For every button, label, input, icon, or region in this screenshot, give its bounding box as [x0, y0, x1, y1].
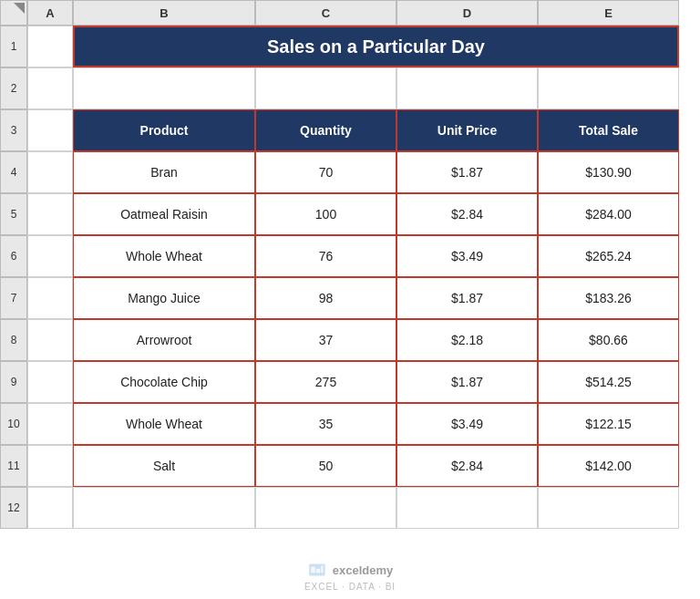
cell-a10	[27, 403, 73, 445]
cell-a11	[27, 445, 73, 487]
cell-b12	[73, 487, 255, 529]
cell-d12	[396, 487, 538, 529]
cell-product-6: Whole Wheat	[73, 235, 255, 277]
col-header-b: B	[73, 0, 255, 26]
cell-unit-price-8: $2.18	[396, 319, 538, 361]
cell-total-sale-4: $130.90	[538, 151, 679, 193]
cell-product-10: Whole Wheat	[73, 403, 255, 445]
cell-quantity-4: 70	[255, 151, 396, 193]
cell-a7	[27, 277, 73, 319]
col-header-c: C	[255, 0, 396, 26]
col-header-d: D	[396, 0, 538, 26]
cell-total-sale-10: $122.15	[538, 403, 679, 445]
svg-rect-1	[311, 567, 314, 573]
cell-a8	[27, 319, 73, 361]
cell-quantity-7: 98	[255, 277, 396, 319]
row-7-header: 7	[0, 277, 27, 319]
cell-e12	[538, 487, 679, 529]
cell-d2	[396, 67, 538, 109]
header-product: Product	[73, 109, 255, 151]
watermark: exceldemy EXCEL · DATA · BI	[304, 560, 396, 592]
cell-quantity-11: 50	[255, 445, 396, 487]
row-11-header: 11	[0, 445, 27, 487]
cell-quantity-8: 37	[255, 319, 396, 361]
row-9-header: 9	[0, 361, 27, 403]
cell-unit-price-6: $3.49	[396, 235, 538, 277]
cell-quantity-5: 100	[255, 193, 396, 235]
cell-a9	[27, 361, 73, 403]
cell-quantity-9: 275	[255, 361, 396, 403]
header-total-sale: Total Sale	[538, 109, 679, 151]
cell-unit-price-11: $2.84	[396, 445, 538, 487]
cell-a12	[27, 487, 73, 529]
cell-product-5: Oatmeal Raisin	[73, 193, 255, 235]
cell-product-9: Chocolate Chip	[73, 361, 255, 403]
cell-unit-price-10: $3.49	[396, 403, 538, 445]
cell-c12	[255, 487, 396, 529]
row-1-header: 1	[0, 26, 27, 67]
cell-product-4: Bran	[73, 151, 255, 193]
col-header-a: A	[27, 0, 73, 26]
cell-a1	[27, 26, 73, 67]
cell-a6	[27, 235, 73, 277]
row-6-header: 6	[0, 235, 27, 277]
corner-header	[0, 0, 27, 26]
row-8-header: 8	[0, 319, 27, 361]
cell-a2	[27, 67, 73, 109]
cell-e2	[538, 67, 679, 109]
cell-total-sale-8: $80.66	[538, 319, 679, 361]
row-4-header: 4	[0, 151, 27, 193]
header-unit-price: Unit Price	[396, 109, 538, 151]
cell-quantity-6: 76	[255, 235, 396, 277]
col-header-e: E	[538, 0, 679, 26]
cell-total-sale-11: $142.00	[538, 445, 679, 487]
svg-rect-2	[316, 569, 320, 573]
spreadsheet: A B C D E 1 Sales on a Particular Day 2 …	[0, 0, 700, 599]
cell-product-7: Mango Juice	[73, 277, 255, 319]
cell-c2	[255, 67, 396, 109]
cell-unit-price-4: $1.87	[396, 151, 538, 193]
grid: A B C D E 1 Sales on a Particular Day 2 …	[0, 0, 700, 529]
row-3-header: 3	[0, 109, 27, 151]
row-2-header: 2	[0, 67, 27, 109]
cell-b2	[73, 67, 255, 109]
cell-total-sale-5: $284.00	[538, 193, 679, 235]
cell-unit-price-7: $1.87	[396, 277, 538, 319]
title-cell: Sales on a Particular Day	[73, 26, 679, 67]
cell-unit-price-5: $2.84	[396, 193, 538, 235]
watermark-icon	[307, 560, 327, 580]
svg-rect-3	[321, 566, 323, 573]
row-10-header: 10	[0, 403, 27, 445]
cell-quantity-10: 35	[255, 403, 396, 445]
cell-unit-price-9: $1.87	[396, 361, 538, 403]
row-5-header: 5	[0, 193, 27, 235]
cell-product-8: Arrowroot	[73, 319, 255, 361]
cell-a5	[27, 193, 73, 235]
cell-product-11: Salt	[73, 445, 255, 487]
watermark-logo: exceldemy	[307, 560, 394, 580]
cell-a4	[27, 151, 73, 193]
header-quantity: Quantity	[255, 109, 396, 151]
cell-total-sale-6: $265.24	[538, 235, 679, 277]
watermark-tagline: EXCEL · DATA · BI	[304, 582, 396, 592]
cell-total-sale-7: $183.26	[538, 277, 679, 319]
cell-a3	[27, 109, 73, 151]
cell-total-sale-9: $514.25	[538, 361, 679, 403]
row-12-header: 12	[0, 487, 27, 529]
watermark-name: exceldemy	[333, 563, 394, 577]
